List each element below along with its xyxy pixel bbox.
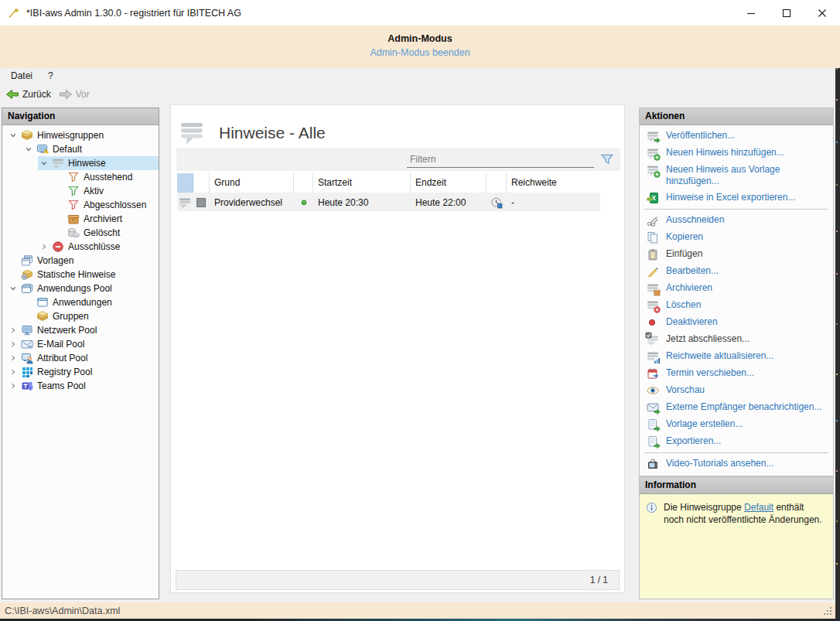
actions-list: Veröffentlichen... Neuen Hinweis hinzufü… [640, 125, 833, 476]
admin-mode-banner: Admin-Modus Admin-Modus beenden [0, 26, 840, 68]
nav-item-vorlagen[interactable]: Vorlagen [7, 254, 159, 268]
close-button[interactable] [804, 0, 840, 26]
cell-grund: Providerwechsel [210, 197, 294, 208]
red-x-badge-icon [654, 306, 661, 313]
action-add-notice[interactable]: Neuen Hinweis hinzufügen... [640, 145, 833, 162]
menu-datei[interactable]: Datei [3, 68, 40, 84]
archive-box-badge-icon [654, 289, 661, 296]
chevron-right-icon[interactable] [7, 366, 19, 378]
action-add-notice-from-template[interactable]: Neuen Hinweis aus Vorlage hinzufügen... [640, 162, 833, 189]
nav-item-aktiv[interactable]: Aktiv [53, 184, 159, 198]
column-endzeit[interactable]: Endzeit [411, 173, 487, 193]
chevron-right-icon[interactable] [7, 338, 19, 350]
notices-icon [179, 121, 205, 145]
chevron-right-icon[interactable] [7, 380, 19, 392]
chart-badge-icon [654, 357, 661, 364]
actions-separator [644, 452, 828, 453]
table-row[interactable]: Providerwechsel Heute 20:30 Heute 22:00 … [177, 193, 600, 211]
action-publish[interactable]: Veröffentlichen... [640, 128, 833, 145]
chevron-down-icon[interactable] [38, 157, 50, 169]
action-notify-external[interactable]: Externe Empfänger benachrichtigen... [640, 399, 833, 416]
titlebar: *IBI-aws Admin 1.30.0 - registriert für … [0, 0, 840, 26]
column-startzeit[interactable]: Startzeit [313, 173, 411, 193]
nav-item-hinweise[interactable]: Hinweise [38, 156, 159, 170]
app-window: *IBI-aws Admin 1.30.0 - registriert für … [0, 0, 840, 621]
notice-group-icon [36, 143, 49, 155]
chevron-down-icon[interactable] [22, 143, 35, 155]
page-title: Hinweise - Alle [219, 124, 326, 142]
chevron-right-icon[interactable] [38, 241, 50, 253]
green-arrow-badge-icon [654, 425, 661, 432]
minimize-button[interactable] [733, 0, 769, 26]
nav-item-teams-pool[interactable]: Teams Pool [7, 379, 159, 393]
nav-item-gruppen[interactable]: Gruppen [22, 309, 159, 323]
column-select[interactable] [177, 173, 193, 193]
chevron-right-icon[interactable] [7, 324, 19, 336]
edit-icon [647, 265, 659, 278]
action-export[interactable]: Exportieren... [640, 433, 833, 450]
action-create-template[interactable]: Vorlage erstellen... [640, 416, 833, 433]
maximize-button[interactable] [769, 0, 804, 26]
column-type[interactable] [193, 173, 210, 193]
check-badge-icon [645, 332, 652, 339]
action-archive[interactable]: Archivieren [640, 280, 833, 297]
cell-endzeit: Heute 22:00 [411, 197, 487, 208]
notify-external-icon [647, 401, 659, 414]
action-deactivate[interactable]: Deaktivieren [640, 314, 833, 331]
screen-edge-strip [835, 68, 840, 621]
preview-eye-icon [647, 384, 659, 397]
action-copy[interactable]: Kopieren [640, 229, 833, 246]
funnel-active-icon [67, 185, 80, 197]
column-grund[interactable]: Grund [210, 173, 294, 193]
filter-input[interactable] [407, 152, 594, 168]
menubar: Datei ? [0, 68, 835, 84]
admin-mode-exit-link[interactable]: Admin-Modus beenden [370, 47, 470, 58]
nav-item-archiviert[interactable]: Archiviert [53, 212, 159, 226]
back-arrow-icon [5, 88, 19, 101]
nav-item-ausstehend[interactable]: Ausstehend [53, 170, 159, 184]
nav-item-email-pool[interactable]: E-Mail Pool [7, 337, 159, 351]
window-title: *IBI-aws Admin 1.30.0 - registriert für … [26, 8, 241, 19]
groups-icon [36, 310, 49, 322]
action-preview[interactable]: Vorschau [640, 382, 833, 399]
column-status[interactable] [294, 173, 313, 193]
network-icon [21, 324, 33, 336]
chevron-right-icon[interactable] [7, 352, 19, 364]
application-pool-icon [21, 282, 33, 295]
menu-help[interactable]: ? [40, 68, 61, 84]
chevron-down-icon[interactable] [7, 282, 19, 295]
nav-item-anwendungen[interactable]: Anwendungen [22, 295, 159, 309]
back-button[interactable]: Zurück [5, 85, 51, 104]
filter-funnel-icon[interactable] [600, 152, 614, 166]
action-edit[interactable]: Bearbeiten... [640, 263, 833, 280]
column-reach-icon[interactable] [487, 173, 507, 193]
nav-item-registry-pool[interactable]: Registry Pool [7, 365, 159, 379]
nav-item-abgeschlossen[interactable]: Abgeschlossen [53, 198, 159, 212]
nav-item-default[interactable]: Default [22, 142, 159, 156]
nav-item-attribut-pool[interactable]: Attribut Pool [7, 351, 159, 365]
navigation-panel: Navigation Hinweisgruppen Default Hinwei… [2, 107, 159, 599]
action-update-reach[interactable]: Reichweite aktualisieren... [640, 348, 833, 365]
action-move-date[interactable]: Termin verschieben... [640, 365, 833, 382]
notices-table: Grund Startzeit Endzeit Reichweite Provi… [177, 173, 600, 211]
default-group-link[interactable]: Default [744, 502, 773, 513]
column-reichweite[interactable]: Reichweite [507, 173, 600, 193]
nav-item-geloescht[interactable]: Gelöscht [53, 226, 159, 240]
nav-item-anwendungs-pool[interactable]: Anwendungs Pool [7, 281, 159, 295]
chevron-down-icon[interactable] [7, 129, 19, 142]
action-delete[interactable]: Löschen [640, 297, 833, 314]
nav-item-netzwerk-pool[interactable]: Netzwerk Pool [7, 323, 159, 337]
nav-item-hinweisgruppen[interactable]: Hinweisgruppen [7, 128, 159, 142]
action-cut[interactable]: Ausschneiden [640, 212, 833, 229]
excel-export-icon [647, 192, 659, 204]
app-logo-icon [8, 7, 20, 19]
nav-item-statische-hinweise[interactable]: Statische Hinweise [7, 268, 159, 281]
action-excel-export[interactable]: Hinweise in Excel exportieren... [640, 189, 833, 206]
add-notice-icon [647, 147, 659, 159]
green-arrow-badge-icon [654, 408, 661, 415]
application-icon [36, 296, 49, 309]
paste-icon [647, 248, 659, 261]
nav-item-ausschluesse[interactable]: Ausschlüsse [38, 240, 159, 254]
resize-grip[interactable] [824, 607, 832, 616]
statusbar: C:\IBI-aws\Admin\Data.xml [0, 602, 840, 619]
